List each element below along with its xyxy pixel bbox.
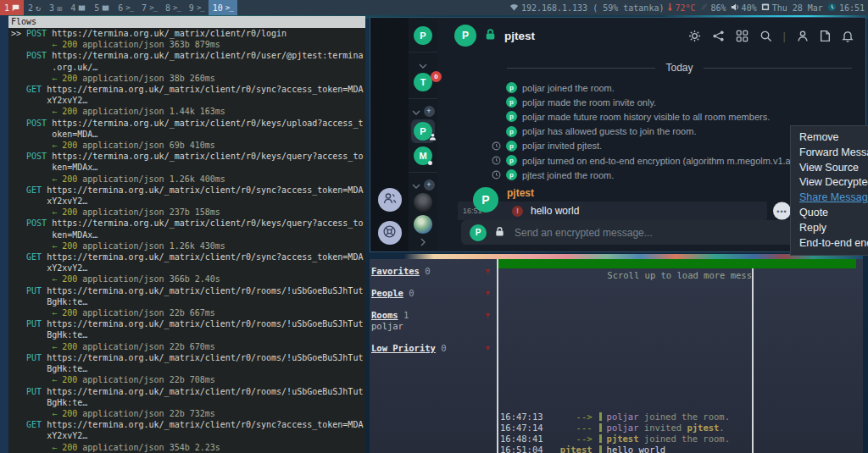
workspace-6[interactable]: 6>_ [114,0,137,15]
chevron-down-icon[interactable] [412,103,420,119]
file-icon[interactable] [820,30,831,42]
chevron-down-icon[interactable] [419,57,427,72]
tui-section-favorites: Favorites 0 [371,266,495,277]
explore-button[interactable] [378,221,402,245]
thermometer-icon [668,2,672,14]
flow-row[interactable]: PUT https://termina.org.uk/_matrix/clien… [11,318,365,352]
tui-section-header[interactable]: Rooms 1 [371,310,495,321]
globe-avatar[interactable] [414,215,432,234]
flow-row[interactable]: GET https://termina.org.uk/_matrix/clien… [11,185,365,218]
text [11,409,52,418]
collapse-triangle-icon[interactable] [486,288,490,299]
workspace-9[interactable]: 9>_ [185,0,209,15]
add-room-button[interactable] [424,106,435,117]
selection-marker [11,353,26,362]
notification-icon[interactable] [842,30,854,42]
message-row[interactable]: 16:51 hello world [458,202,767,220]
workspace-4[interactable]: 4 [66,0,90,15]
tower-avatar[interactable] [414,193,432,212]
people-icon [383,192,397,207]
flow-row[interactable]: POST https://termina.org.uk/_matrix/clie… [11,50,365,84]
search-icon[interactable] [760,30,772,42]
menu-item-quote[interactable]: Quote [791,206,868,221]
workspace-2[interactable]: 2↻ [24,0,45,15]
add-community-button[interactable] [424,180,435,191]
account-avatar[interactable]: P [414,26,432,45]
message-input[interactable] [513,226,816,240]
menu-item-remove[interactable]: Remove [791,130,868,146]
collapse-triangle-icon[interactable] [486,266,490,277]
flow-row[interactable]: GET https://termina.org.uk/_matrix/clien… [11,251,365,285]
menu-item-share-message[interactable]: Share Message [791,191,868,206]
request-url-wrap: ken=MDAx… [11,163,97,172]
collapse-triangle-icon[interactable] [486,310,490,321]
log-line: 16:47:13-->poljar joined the room. [500,412,751,423]
selection-marker [11,286,26,296]
selection-marker [11,152,26,161]
workspace-7[interactable]: 7>_ [137,0,161,15]
room-avatar-selected[interactable]: P [411,119,435,143]
menu-item-end-to-end-encry[interactable]: End-to-end encry [791,236,868,251]
network-status: 192.168.1.133 ( 59% tatanka) [509,3,665,13]
member-icon[interactable] [797,30,809,42]
mitmproxy-terminal[interactable]: Flows >> POST https://termina.org.uk/_ma… [8,16,365,453]
terminal-icon: >_ [149,3,157,12]
tui-section-header[interactable]: Low Priority 0 [371,343,495,354]
explore-wheel-icon [382,224,397,242]
chevron-right-icon[interactable] [420,235,426,250]
pending-clock-icon [492,156,506,165]
room-avatar[interactable]: P [454,25,476,47]
workspace-3[interactable]: 3✉ [45,0,66,15]
flow-row[interactable]: POST https://termina.org.uk/_matrix/clie… [11,151,365,185]
workspace-label: 4 [70,3,75,13]
menu-item-forward-message[interactable]: Forward Message [791,146,868,161]
chevron-down-icon[interactable] [412,177,420,192]
flow-row[interactable]: POST https://termina.org.uk/_matrix/clie… [11,118,365,152]
log-segment: invited [639,423,687,433]
tui-section-header[interactable]: People 0 [371,288,495,299]
event-text: poljar has allowed guests to join the ro… [522,126,696,136]
community-avatar[interactable]: T 0 [414,73,432,91]
clock-icon [827,3,837,14]
share-icon[interactable] [712,30,725,42]
header-separator: | [783,30,786,42]
workspace-8[interactable]: 8>_ [161,0,185,15]
log-time: 16:47:13 [500,412,543,422]
rooms-grid-icon[interactable] [736,30,748,42]
day-divider-label: Today [665,62,693,74]
collapse-triangle-icon[interactable] [486,343,490,354]
flows-list: >> POST https://termina.org.uk/_matrix/c… [8,28,365,453]
response-meta: application/json 1.44k 163ms [77,107,225,116]
tui-section-header[interactable]: Favorites 0 [371,266,495,277]
message-options-button[interactable] [773,202,791,220]
log-separator [599,445,602,453]
desktop: 12↻3✉456>_7>_8>_9>_10>_ 192.168.1.133 ( … [0,0,868,453]
workspace-10[interactable]: 10>_ [209,0,237,15]
tui-room-item[interactable]: poljar [371,321,495,332]
room-avatar[interactable]: M [414,146,432,165]
log-marker: --> [543,434,593,445]
settings-icon[interactable] [688,30,701,42]
workspace-1[interactable]: 1 [0,0,24,15]
flow-row[interactable]: POST https://termina.org.uk/_matrix/clie… [11,218,365,251]
request-url-wrap: xY2xvY2… [11,263,87,273]
workspace-5[interactable]: 5 [90,0,114,15]
people-button[interactable] [378,188,402,212]
flow-row[interactable]: >> POST https://termina.org.uk/_matrix/c… [11,28,365,50]
section-count: 0 [420,266,431,276]
flow-row[interactable]: PUT https://termina.org.uk/_matrix/clien… [11,386,365,420]
terminal-icon: >_ [125,3,133,12]
menu-item-view-source[interactable]: View Source [791,161,868,176]
status-code: 200 [62,375,77,384]
response-arrow-icon: ← [52,308,62,318]
flow-row[interactable]: GET https://termina.org.uk/_matrix/clien… [11,419,365,453]
flow-row[interactable]: PUT https://termina.org.uk/_matrix/clien… [11,285,365,319]
menu-item-view-decrypted-s[interactable]: View Decrypted S [791,175,868,191]
terminal-icon: >_ [197,3,204,12]
menu-item-reply[interactable]: Reply [791,221,868,236]
request-url: https://termina.org.uk/_matrix/client/r0… [47,29,287,38]
flow-row[interactable]: PUT https://termina.org.uk/_matrix/clien… [11,352,365,386]
tui-message-log: 16:47:13-->poljar joined the room.16:47:… [500,412,751,453]
flow-row[interactable]: GET https://termina.org.uk/_matrix/clien… [11,84,365,118]
status-code: 200 [62,409,77,418]
